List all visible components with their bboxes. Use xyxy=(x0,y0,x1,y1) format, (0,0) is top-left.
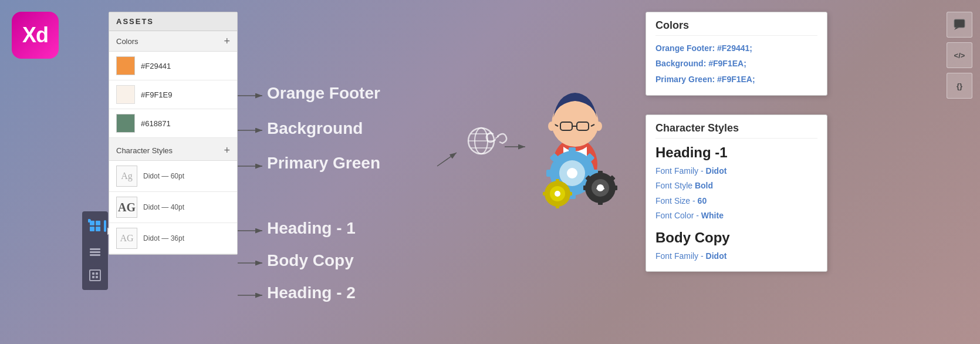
color-hex-background: #F9F1E9 xyxy=(141,90,172,99)
char-style-bodycopy[interactable]: AG Didot — 40pt xyxy=(109,192,237,223)
xd-logo: Xd xyxy=(12,12,59,59)
right-font-color-h1: Font Color - White xyxy=(655,209,817,222)
char-preview-bodycopy: AG xyxy=(116,197,137,218)
assets-sidebar-icon[interactable] xyxy=(85,216,105,236)
globe-icon xyxy=(464,123,511,161)
svg-rect-65 xyxy=(96,272,98,275)
char-style-heading2[interactable]: AG Didot — 36pt xyxy=(109,223,237,254)
svg-rect-38 xyxy=(598,171,603,176)
label-heading1: Heading - 1 xyxy=(267,219,356,238)
right-char-panel: Character Styles Heading -1 Font Family … xyxy=(646,114,827,272)
add-color-button[interactable]: + xyxy=(224,36,230,46)
color-swatch-background xyxy=(116,85,135,104)
svg-rect-41 xyxy=(613,186,617,190)
plugins-icon xyxy=(88,268,102,282)
svg-rect-58 xyxy=(96,227,100,231)
char-style-heading1[interactable]: Ag Didot — 60pt xyxy=(109,161,237,192)
right-colors-panel: Colors Orange Footer: #F29441; Backgroun… xyxy=(646,12,827,96)
svg-rect-62 xyxy=(90,254,100,256)
label-orange-footer: Orange Footer xyxy=(267,84,380,103)
svg-rect-53 xyxy=(954,19,965,28)
svg-rect-48 xyxy=(556,179,559,183)
svg-rect-49 xyxy=(556,204,559,208)
right-char-panel-title: Character Styles xyxy=(655,122,817,139)
svg-rect-63 xyxy=(90,270,100,281)
svg-point-24 xyxy=(595,122,602,131)
svg-rect-67 xyxy=(96,276,98,278)
layers-sidebar-icon[interactable] xyxy=(85,241,105,261)
svg-rect-29 xyxy=(546,170,553,177)
svg-line-8 xyxy=(437,153,457,166)
svg-point-52 xyxy=(555,191,560,197)
plugins-sidebar-icon[interactable] xyxy=(85,265,105,285)
color-swatch-green xyxy=(116,114,135,133)
label-heading2: Heading - 2 xyxy=(267,284,356,302)
right-color-green: Primary Green: #F9F1EA; xyxy=(655,73,817,86)
left-sidebar xyxy=(82,211,108,290)
char-styles-section-header: Character Styles + xyxy=(109,140,237,161)
color-item-background[interactable]: #F9F1E9 xyxy=(109,80,237,109)
char-styles-label: Character Styles xyxy=(116,146,173,155)
color-hex-green: #618871 xyxy=(141,119,171,128)
comment-button[interactable] xyxy=(947,12,972,38)
char-label-heading2: Didot — 36pt xyxy=(143,234,184,242)
char-preview-heading1: Ag xyxy=(116,166,137,187)
svg-rect-57 xyxy=(90,227,94,231)
char-label-heading1: Didot — 60pt xyxy=(143,172,184,180)
colors-section-header: Colors + xyxy=(109,31,237,52)
label-background: Background xyxy=(267,119,363,138)
svg-rect-27 xyxy=(569,147,576,154)
right-bodycopy-title: Body Copy xyxy=(655,230,817,246)
right-font-style-h1: Font Style Bold xyxy=(655,179,817,192)
label-body-copy: Body Copy xyxy=(267,251,354,270)
right-body-copy-section: Body Copy Font Family - Didot xyxy=(655,230,817,262)
assets-icon xyxy=(88,219,102,233)
svg-text:</>: </> xyxy=(596,186,605,192)
colors-label: Colors xyxy=(116,37,138,46)
right-color-background: Background: #F9F1EA; xyxy=(655,57,817,70)
color-item-orange[interactable]: #F29441 xyxy=(109,52,237,80)
right-font-size-h1: Font Size - 60 xyxy=(655,194,817,207)
svg-rect-56 xyxy=(96,221,100,225)
char-preview-heading2: AG xyxy=(116,228,137,249)
color-hex-orange: #F29441 xyxy=(141,62,171,70)
comment-icon xyxy=(953,18,966,31)
right-sidebar: </> {} xyxy=(945,12,974,99)
svg-point-23 xyxy=(548,122,555,131)
svg-rect-39 xyxy=(598,200,603,205)
code-button[interactable]: </> xyxy=(947,42,972,68)
person-gears-illustration: </> xyxy=(525,59,643,225)
sidebar-expand-chevron[interactable]: ▶ xyxy=(107,225,114,236)
svg-rect-51 xyxy=(568,192,572,195)
assets-panel: ASSETS Colors + #F29441 #F9F1E9 #618871 … xyxy=(109,12,238,255)
label-primary-green: Primary Green xyxy=(267,154,380,173)
right-color-orange: Orange Footer: #F29441; xyxy=(655,42,817,55)
svg-rect-61 xyxy=(90,251,100,253)
layers-icon xyxy=(88,244,102,258)
right-font-family-h1: Font Family - Didot xyxy=(655,164,817,177)
svg-rect-50 xyxy=(543,192,547,195)
assets-header: ASSETS xyxy=(109,12,237,31)
json-button[interactable]: {} xyxy=(947,73,972,99)
right-heading1-title: Heading -1 xyxy=(655,144,817,161)
color-item-green[interactable]: #618871 xyxy=(109,109,237,138)
svg-rect-60 xyxy=(90,248,100,250)
right-colors-title: Colors xyxy=(655,19,817,36)
svg-rect-66 xyxy=(92,276,94,278)
svg-rect-40 xyxy=(583,186,588,190)
svg-point-35 xyxy=(567,168,577,178)
svg-marker-54 xyxy=(954,28,959,30)
right-font-family-bc: Font Family - Didot xyxy=(655,249,817,262)
svg-rect-64 xyxy=(92,272,94,275)
color-swatch-orange xyxy=(116,56,135,75)
add-char-style-button[interactable]: + xyxy=(224,145,230,156)
char-label-bodycopy: Didot — 40pt xyxy=(143,203,184,211)
